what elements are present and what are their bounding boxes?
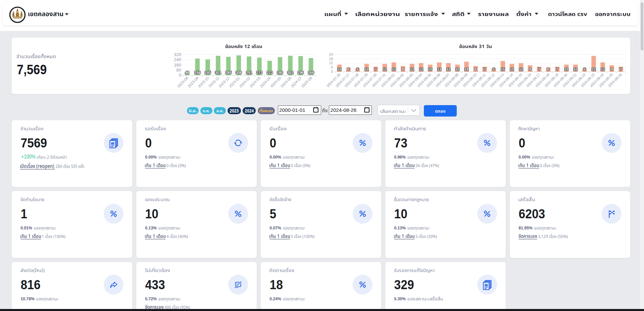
svg-text:12: 12 [519,67,523,71]
svg-text:2024-08-26: 2024-08-26 [331,107,357,113]
svg-text:6: 6 [331,65,333,69]
svg-text:296: 296 [298,71,304,75]
svg-text:2024: 2024 [245,108,254,114]
svg-text:0: 0 [519,136,526,150]
svg-text:302: 302 [287,71,293,75]
svg-text:6: 6 [347,67,349,71]
svg-text:5.30%: 5.30% [394,296,406,301]
svg-text:8: 8 [475,67,477,71]
svg-text:2024-02: 2024-02 [238,76,251,88]
svg-text:0.13%: 0.13% [145,225,157,230]
svg-text:9: 9 [611,67,613,71]
svg-text:8: 8 [402,67,404,71]
svg-text:11: 11 [410,67,414,71]
svg-text:12: 12 [446,67,450,71]
svg-text:73: 73 [394,136,407,150]
svg-text:10: 10 [145,207,158,221]
svg-text:13: 13 [601,67,605,71]
svg-text:433: 433 [145,277,165,292]
svg-text:285: 285 [225,71,231,75]
svg-text:0: 0 [145,136,152,150]
svg-text:18: 18 [270,277,283,292]
svg-text:245: 245 [205,71,211,75]
svg-text:6203: 6203 [519,207,545,221]
svg-text:13: 13 [437,67,441,71]
svg-text:2023-10: 2023-10 [197,76,209,88]
svg-text:81.95%: 81.95% [518,225,533,230]
svg-text:80: 80 [177,68,181,73]
svg-text:2024-04: 2024-04 [259,76,271,88]
svg-text:12: 12 [329,61,333,65]
svg-text:0.96%: 0.96% [394,154,406,160]
svg-text:13: 13 [392,67,396,71]
svg-text:10: 10 [337,67,341,71]
svg-text:5: 5 [493,67,495,71]
svg-text:2023-09: 2023-09 [187,76,199,88]
svg-text:223: 223 [266,71,273,75]
svg-text:2023-12: 2023-12 [218,76,230,88]
svg-text:5: 5 [584,67,586,71]
svg-text:10: 10 [428,67,432,71]
svg-text:0: 0 [331,70,333,74]
svg-text:7: 7 [375,67,377,71]
svg-text:2024-05: 2024-05 [269,76,282,88]
svg-text:273: 273 [256,71,262,75]
svg-text:24: 24 [329,52,333,56]
svg-text:18: 18 [329,57,333,61]
svg-text:7: 7 [556,67,558,71]
svg-text:258: 258 [194,71,200,75]
svg-text:7,569: 7,569 [17,62,47,77]
svg-text:+100%: +100% [21,154,36,160]
svg-text:11: 11 [510,67,514,71]
svg-text:2023-08: 2023-08 [177,76,189,88]
svg-text:266: 266 [308,71,314,75]
svg-text:816: 816 [21,277,41,292]
svg-text:0.24%: 0.24% [269,296,281,301]
svg-text:2024-08: 2024-08 [300,76,313,88]
svg-text:0.01%: 0.01% [20,225,32,230]
svg-text:2024-06: 2024-06 [280,76,292,88]
svg-text:2024-07: 2024-07 [290,76,302,88]
svg-text:308: 308 [236,71,242,75]
svg-text:5: 5 [270,207,277,221]
svg-text:0.00%: 0.00% [518,154,530,160]
svg-text:2024-03: 2024-03 [249,76,261,88]
svg-text:0.00%: 0.00% [145,154,157,160]
svg-text:2000-01-01: 2000-01-01 [279,107,305,113]
svg-text:2024-01: 2024-01 [228,76,241,88]
svg-text:22: 22 [592,67,596,71]
svg-text:0.00%: 0.00% [269,154,281,160]
svg-text:329: 329 [394,277,414,292]
svg-text:14: 14 [464,67,468,71]
svg-text:11: 11 [365,67,368,71]
svg-text:5: 5 [356,67,358,71]
svg-text:10: 10 [394,207,407,221]
svg-text:301: 301 [215,71,221,75]
svg-text:0: 0 [179,73,181,78]
svg-text:10.78%: 10.78% [20,296,35,301]
svg-text:280: 280 [277,71,283,75]
svg-text:6: 6 [547,67,549,71]
svg-text:12: 12 [419,67,423,71]
svg-text:7: 7 [484,67,486,71]
svg-text:240: 240 [174,57,181,62]
svg-text:7: 7 [620,67,622,71]
svg-text:2023: 2023 [230,108,239,114]
svg-text:15: 15 [501,67,505,71]
svg-text:160: 160 [174,62,181,68]
svg-text:5.72%: 5.72% [145,296,157,301]
svg-text:320: 320 [174,52,181,57]
svg-text:9: 9 [529,67,531,71]
svg-text:0: 0 [270,136,277,150]
svg-text:10: 10 [455,67,459,71]
svg-text:0.07%: 0.07% [269,225,281,230]
svg-text:10: 10 [564,67,568,71]
svg-text:1: 1 [21,207,28,221]
svg-text:10: 10 [574,67,578,71]
svg-text:291: 291 [246,71,252,75]
svg-text:48: 48 [185,71,189,75]
svg-text:11: 11 [383,67,387,71]
svg-text:2023-11: 2023-11 [208,76,220,88]
svg-text:7569: 7569 [21,136,47,150]
svg-text:7: 7 [538,67,540,71]
